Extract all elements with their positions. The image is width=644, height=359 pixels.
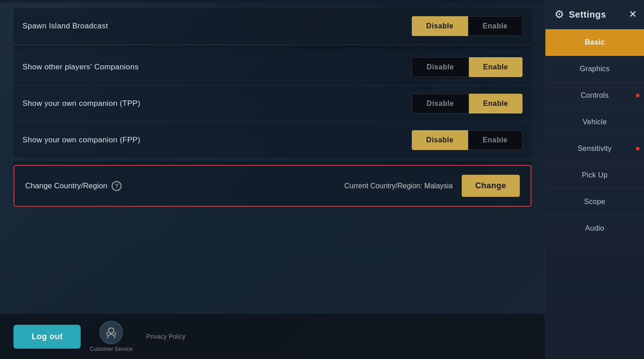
country-region-row: Change Country/Region ? Current Country/…: [14, 165, 531, 207]
bottom-bar: Log out Customer Service Privacy Policy: [0, 314, 545, 359]
show-companions-enable-btn[interactable]: Enable: [469, 57, 522, 77]
own-companion-tpp-label: Show your own companion (TPP): [23, 99, 140, 108]
spawn-island-disable-btn[interactable]: Disable: [412, 16, 468, 36]
sensitivity-notification-dot: [636, 147, 639, 150]
own-companion-tpp-enable-btn[interactable]: Enable: [469, 94, 522, 114]
own-companion-fpp-enable-btn[interactable]: Enable: [468, 130, 522, 150]
show-companions-disable-btn[interactable]: Disable: [412, 57, 468, 77]
main-content: Spawn Island Broadcast Disable Enable Sh…: [0, 0, 545, 359]
controls-notification-dot: [636, 94, 639, 97]
sidebar-item-graphics[interactable]: Graphics: [545, 56, 644, 82]
own-companion-fpp-disable-btn[interactable]: Disable: [412, 130, 468, 150]
settings-header: ⚙ Settings ✕: [545, 0, 644, 29]
top-strip: [0, 0, 545, 4]
companions-group: Show other players' Companions Disable E…: [14, 49, 531, 159]
settings-title: Settings: [569, 9, 606, 20]
section-divider-1: [14, 45, 531, 49]
country-info: Current Country/Region: Malaysia Change: [344, 175, 520, 197]
own-companion-tpp-toggle: Disable Enable: [412, 94, 522, 114]
customer-service-label: Customer Service: [90, 346, 132, 352]
settings-title-group: ⚙ Settings: [554, 8, 606, 21]
country-region-label: Change Country/Region: [25, 182, 107, 191]
help-icon[interactable]: ?: [112, 181, 122, 191]
gear-icon: ⚙: [554, 8, 564, 21]
sidebar-item-vehicle[interactable]: Vehicle: [545, 109, 644, 136]
sidebar-item-basic[interactable]: Basic: [545, 29, 644, 56]
privacy-policy-link[interactable]: Privacy Policy: [146, 333, 185, 340]
customer-service-icon: [99, 321, 123, 344]
settings-section: Spawn Island Broadcast Disable Enable Sh…: [0, 4, 545, 314]
spawn-island-toggle: Disable Enable: [412, 16, 522, 36]
sidebar-item-scope[interactable]: Scope: [545, 189, 644, 215]
country-label-group: Change Country/Region ?: [25, 181, 122, 191]
spawn-island-row: Spawn Island Broadcast Disable Enable: [14, 8, 531, 45]
svg-point-0: [108, 328, 114, 333]
spawn-island-enable-btn[interactable]: Enable: [468, 16, 522, 36]
current-region-text: Current Country/Region: Malaysia: [344, 182, 453, 190]
own-companion-fpp-row: Show your own companion (FPP) Disable En…: [14, 122, 531, 159]
sidebar-item-audio[interactable]: Audio: [545, 215, 644, 242]
spawn-island-label: Spawn Island Broadcast: [23, 22, 108, 31]
own-companion-fpp-label: Show your own companion (FPP): [23, 136, 140, 145]
sidebar-item-controls[interactable]: Controls: [545, 82, 644, 109]
show-companions-toggle: Disable Enable: [412, 57, 522, 77]
sidebar: ⚙ Settings ✕ Basic Graphics Controls Veh…: [545, 0, 644, 359]
sidebar-item-pickup[interactable]: Pick Up: [545, 162, 644, 189]
show-companions-label: Show other players' Companions: [23, 63, 139, 72]
own-companion-fpp-toggle: Disable Enable: [412, 130, 522, 150]
own-companion-tpp-row: Show your own companion (TPP) Disable En…: [14, 86, 531, 122]
section-divider-2: [14, 161, 531, 165]
logout-button[interactable]: Log out: [14, 325, 81, 349]
change-country-btn[interactable]: Change: [462, 175, 520, 197]
customer-service-button[interactable]: Customer Service: [90, 321, 132, 352]
sidebar-item-sensitivity[interactable]: Sensitivity: [545, 136, 644, 162]
own-companion-tpp-disable-btn[interactable]: Disable: [412, 94, 468, 114]
close-icon[interactable]: ✕: [629, 9, 637, 20]
show-companions-row: Show other players' Companions Disable E…: [14, 49, 531, 86]
